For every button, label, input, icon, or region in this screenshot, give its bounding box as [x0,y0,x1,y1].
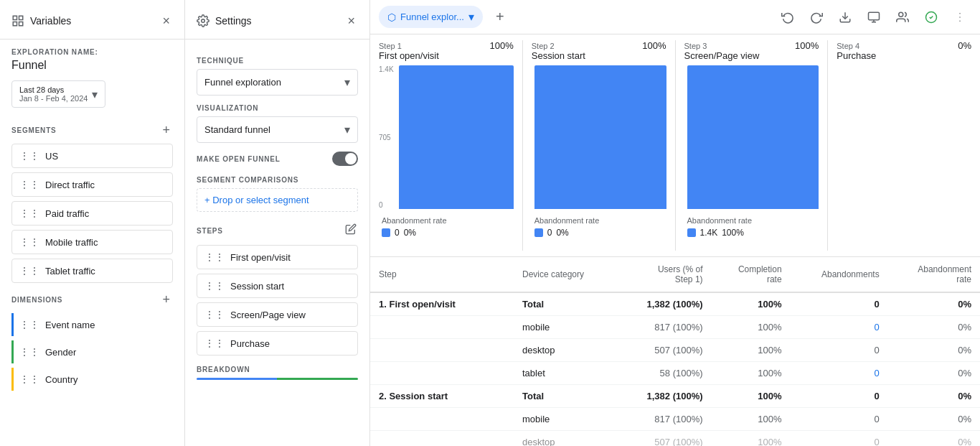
drag-icon-tablet: ⋮⋮ [19,265,39,277]
variables-close-button[interactable]: × [159,11,173,30]
row4-completion: 100% [712,362,791,385]
variables-panel-body: EXPLORATION NAME: Funnel Last 28 days Ja… [0,40,184,446]
share-icon [867,11,880,24]
segments-list: ⋮⋮ US ⋮⋮ Direct traffic ⋮⋮ Paid traffic … [11,144,173,283]
row6-step [370,408,514,431]
dimensions-label: DIMENSIONS [11,296,62,304]
drop-segment-label: + Drop or select segment [204,195,309,205]
funnel-step-col-1: Step 1 First open/visit 100% 1.4K 705 0 … [370,40,523,251]
drop-segment-box[interactable]: + Drop or select segment [197,188,358,212]
row7-users: 507 (100%) [616,431,712,447]
share-button[interactable] [862,6,885,29]
row4-users: 58 (100%) [616,362,712,385]
open-funnel-label: MAKE OPEN FUNNEL [197,155,281,163]
row4-abandonments: 0 [791,362,888,385]
main-panel: ⬡ Funnel explor... ▾ + [370,0,980,446]
download-button[interactable] [834,6,857,29]
more-button[interactable] [948,6,971,29]
step3-abandonment-label: Abandonment rate [687,216,816,225]
step3-abandonment-count: 1.4K 100% [687,228,816,238]
svg-point-12 [959,17,961,18]
row4-step [370,362,514,385]
dimension-item-event-name[interactable]: ⋮⋮ Event name [11,313,173,336]
segment-item-us[interactable]: ⋮⋮ US [11,144,173,168]
dimensions-section-header: DIMENSIONS + [11,292,173,307]
segment-item-paid-traffic[interactable]: ⋮⋮ Paid traffic [11,201,173,226]
row6-users: 817 (100%) [616,408,712,431]
check-button[interactable] [920,6,943,29]
step2-abandonment-color [534,228,543,237]
row2-abandonment-link[interactable]: 0 [874,322,879,333]
drag-icon-step3: ⋮⋮ [204,309,225,320]
settings-icon [197,14,209,27]
step3-abandonment-num: 1.4K [700,228,718,238]
header-step: Step [370,257,514,292]
drag-icon-step1: ⋮⋮ [204,251,225,263]
more-icon [953,11,966,24]
step-item-session-start[interactable]: ⋮⋮ Session start [197,274,358,298]
variables-panel-header: Variables × [0,0,184,40]
open-funnel-toggle[interactable] [332,152,358,166]
dimension-item-gender[interactable]: ⋮⋮ Gender [11,340,173,363]
users-button[interactable] [891,6,914,29]
segments-section-header: SEGMENTS + [11,122,173,138]
breakdown-label: BREAKDOWN [197,366,358,373]
step-item-first-open[interactable]: ⋮⋮ First open/visit [197,245,358,269]
step3-header: Step 3 Screen/Page view 100% [682,40,822,61]
header-abandonments: Abandonments [791,257,888,292]
settings-close-button[interactable]: × [344,11,358,30]
redo-button[interactable] [805,6,828,29]
step1-abandonment: Abandonment rate 0 0% [379,212,514,242]
undo-button[interactable] [776,6,799,29]
svg-point-4 [202,19,205,23]
segment-item-mobile-traffic[interactable]: ⋮⋮ Mobile traffic [11,230,173,254]
visualization-value: Standard funnel [204,124,270,135]
row7-step [370,431,514,447]
segment-label-mobile: Mobile traffic [45,237,98,248]
date-range-selector[interactable]: Last 28 days Jan 8 - Feb 4, 2024 ▾ [11,80,105,108]
segment-item-direct-traffic[interactable]: ⋮⋮ Direct traffic [11,172,173,197]
technique-value: Funnel exploration [204,77,281,88]
dimension-item-country[interactable]: ⋮⋮ Country [11,368,173,391]
breakdown-color-bar [197,378,358,380]
visualization-select[interactable]: Standard funnel ▾ [197,116,358,143]
row6-abandonments: 0 [791,408,888,431]
table-row: 2. Session start Total 1,382 (100%) 100%… [370,385,980,408]
header-device-category: Device category [514,257,616,292]
header-abandonment-rate: Abandonmentrate [888,257,980,292]
step1-name: First open/visit [379,50,439,61]
row7-abandonments: 0 [791,431,888,447]
drag-icon-country: ⋮⋮ [19,373,39,385]
date-range-line1: Last 28 days [19,85,88,94]
table-row: mobile 817 (100%) 100% 0 0% [370,316,980,339]
row2-device: mobile [514,316,616,339]
step3-name: Screen/Page view [684,50,760,61]
row2-users: 817 (100%) [616,316,712,339]
edit-steps-button[interactable] [344,222,358,239]
funnel-chart-area: Step 1 First open/visit 100% 1.4K 705 0 … [370,34,980,257]
step2-abandonment-pct: 0% [556,228,568,238]
header-users-pct: Users (% ofStep 1) [616,257,712,292]
step1-abandonment-color [382,228,390,237]
step-label-session-start: Session start [230,281,284,292]
visualization-label: VISUALIZATION [197,104,358,112]
step3-chart: Abandonment rate 1.4K 100% [682,65,822,251]
technique-select[interactable]: Funnel exploration ▾ [197,69,358,96]
segment-label-tablet: Tablet traffic [45,266,95,277]
variables-panel-title: Variables [11,14,71,27]
add-segment-button[interactable]: + [159,122,173,138]
add-tab-button[interactable]: + [489,6,512,29]
segment-label-us: US [45,151,58,162]
svg-rect-0 [13,16,17,19]
segment-item-tablet-traffic[interactable]: ⋮⋮ Tablet traffic [11,259,173,283]
row4-abandonment-link[interactable]: 0 [874,368,879,378]
step-item-screen-page-view[interactable]: ⋮⋮ Screen/Page view [197,302,358,327]
add-dimension-button[interactable]: + [159,292,173,307]
table-row: 1. First open/visit Total 1,382 (100%) 1… [370,292,980,316]
funnel-tab[interactable]: ⬡ Funnel explor... ▾ [379,6,483,28]
drag-icon-event-name: ⋮⋮ [19,319,39,330]
step-item-purchase[interactable]: ⋮⋮ Purchase [197,331,358,356]
steps-header: STEPS [197,222,358,239]
step1-number: Step 1 [379,42,439,50]
row6-completion: 100% [712,408,791,431]
